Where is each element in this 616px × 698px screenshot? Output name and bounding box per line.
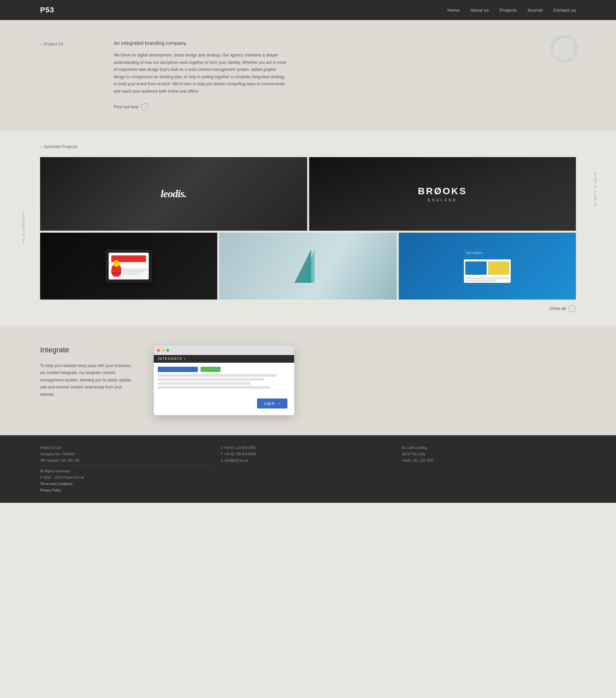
browser-bar-green [200,367,221,372]
nav: Home About us Projects Journal Contact u… [448,8,576,13]
hero-section: – Project 53 An integrated branding comp… [0,20,616,131]
nav-journal[interactable]: Journal [528,8,543,13]
footer-address2: 36/38 The Calls, [402,451,576,457]
project-leodis[interactable]: leodis. [40,157,307,231]
integrate-section: Integrate To help your website keep pace… [0,325,616,435]
projects-section: +44 (0) 1138343765 53.7997° N, 1.5492° W… [0,131,616,325]
vertical-coords: 53.7997° N, 1.5492° W [594,172,597,206]
integrate-right: INTEGRATE / Log in → [154,346,294,415]
footer-email: e: info@p53.co.uk [221,457,395,464]
browser-mockup: INTEGRATE / Log in → [154,346,294,415]
footer: Project 53 Ltd Company No: 7443079 VAT N… [0,435,616,503]
show-all-wrapper: Show all → [40,305,576,312]
login-button[interactable]: Log in → [257,399,288,408]
footer-fax: f: +44 (0) 700 609 8589 [221,451,395,457]
project-seacadets[interactable] [399,233,576,299]
project-grid-bottom [40,233,576,299]
footer-privacy[interactable]: Privacy Policy [40,488,61,492]
browser-bar-blue [158,367,198,372]
footer-terms[interactable]: Terms and Conditions [40,482,72,486]
browser-close-dot [157,349,160,352]
stamp: PROJECT 53 · LEEDS · WY · [549,33,579,64]
footer-vat: VAT Number: 102 340 186 [40,457,214,464]
project-cinema[interactable] [40,233,217,299]
project-brooks[interactable]: BRØOKS ENGLAND [309,157,576,231]
hero-body: We thrive on digital development, brand … [114,52,288,95]
logo[interactable]: P53 [40,6,54,14]
nav-home[interactable]: Home [448,8,460,13]
browser-min-dot [162,349,165,352]
footer-col-left: Project 53 Ltd Company No: 7443079 VAT N… [40,445,214,493]
browser-bar [154,346,294,355]
footer-divider [40,466,214,466]
show-all-arrow-icon: → [569,305,576,312]
hero-label: – Project 53 [40,40,94,111]
cinema-mockup [105,249,152,283]
seacadets-mockup [464,249,511,283]
footer-address1: 5a Calls Landing, [402,445,576,451]
vertical-phone: +44 (0) 1138343765 [22,211,25,245]
footer-copyright: © 2010 – 2015 Project 53 Ltd [40,474,214,481]
nav-about[interactable]: About us [470,8,489,13]
project-grid-top: leodis. BRØOKS ENGLAND [40,157,576,231]
nav-contact[interactable]: Contact us [554,8,576,13]
integrate-left: Integrate To help your website keep pace… [40,346,134,399]
brooks-label: BRØOKS ENGLAND [418,186,467,202]
login-label: Log in [264,401,275,406]
footer-col-right: 5a Calls Landing, 36/38 The Calls, Leeds… [402,445,576,493]
integrate-title: Integrate [40,346,134,354]
browser-row-1 [158,367,290,372]
nav-projects[interactable]: Projects [500,8,517,13]
browser-line-4 [158,386,270,389]
browser-line-3 [158,382,250,385]
browser-max-dot [166,349,169,352]
project-transit[interactable] [219,233,396,299]
find-out-link[interactable]: Find out how → [114,103,149,111]
header: P53 Home About us Projects Journal Conta… [0,0,616,20]
browser-line-1 [158,374,277,377]
footer-company: Project 53 Ltd [40,445,214,451]
footer-col-center: t: +44 (0) 113 834 3765 f: +44 (0) 700 6… [221,445,395,493]
leodis-label: leodis. [161,187,186,200]
footer-phone: t: +44 (0) 113 834 3765 [221,445,395,451]
stamp-svg: PROJECT 53 · LEEDS · WY · [549,33,579,64]
footer-rights: All Rights Reserved. [40,468,214,474]
selected-projects-label: – Selected Projects [40,144,576,149]
integrate-body: To help your website keep pace with your… [40,362,134,399]
hero-tagline: An integrated branding company. [114,40,288,46]
browser-integrate-body [154,363,294,394]
brooks-sub: ENGLAND [418,198,467,202]
browser-content: INTEGRATE / Log in → [154,355,294,415]
footer-company-no: Company No: 7443079 [40,451,214,457]
brooks-brand: BRØOKS [418,186,467,197]
login-arrow-icon: → [277,401,281,406]
show-all-link[interactable]: Show all → [549,305,576,312]
footer-address3: Leeds, UK. LS2 7EW [402,457,576,464]
browser-integrate-header: INTEGRATE / [154,355,294,363]
browser-line-2 [158,378,264,381]
find-out-label: Find out how [114,104,138,109]
arrow-icon: → [141,103,149,111]
show-all-label: Show all [549,306,566,311]
hero-content: An integrated branding company. We thriv… [114,40,288,111]
cinema-screen [109,253,149,279]
